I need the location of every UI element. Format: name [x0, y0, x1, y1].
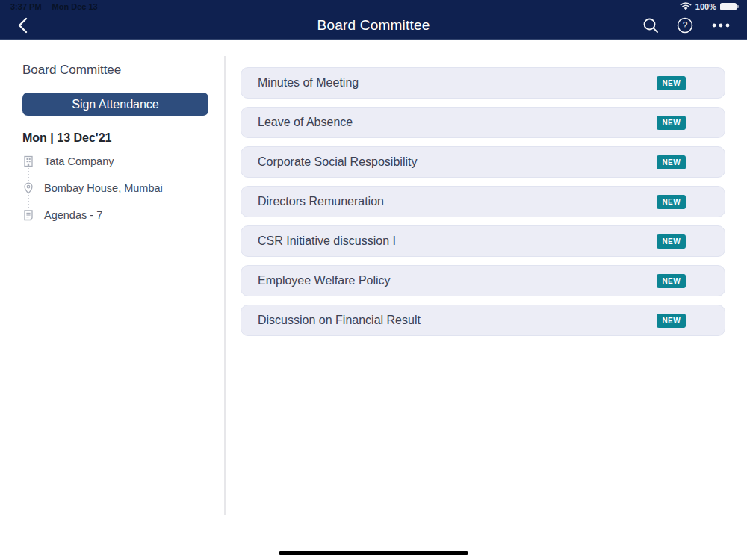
new-badge: NEW	[657, 195, 686, 209]
new-badge: NEW	[657, 155, 686, 169]
new-badge: NEW	[657, 314, 686, 328]
dotted-connector	[28, 168, 29, 181]
agenda-item[interactable]: Corporate Social Resposibility NEW	[241, 146, 725, 178]
agenda-item[interactable]: Minutes of Meeting NEW	[241, 67, 725, 99]
agenda-item-title: Corporate Social Resposibility	[258, 155, 417, 169]
more-options-icon[interactable]	[711, 22, 731, 28]
meeting-info-list: Tata Company Bombay House, Mumbai Agenda	[22, 155, 209, 222]
board-committee-screen: 3:37 PM Mon Dec 13 100%	[0, 0, 747, 560]
agenda-item-title: Employee Welfare Policy	[258, 274, 391, 287]
new-badge: NEW	[657, 116, 686, 130]
page-title: Board Committee	[0, 17, 747, 34]
location-row: Bombay House, Mumbai	[22, 181, 209, 195]
agendas-label: Agendas - 7	[44, 209, 102, 221]
agenda-item[interactable]: Discussion on Financial Result NEW	[241, 305, 725, 336]
sidebar: Board Committee Sign Attendance Mon | 13…	[0, 40, 224, 222]
back-icon[interactable]	[18, 17, 28, 34]
wifi-icon	[680, 2, 692, 10]
location-icon	[22, 182, 34, 194]
building-icon	[22, 155, 34, 167]
agenda-item[interactable]: CSR Initiative discussion I NEW	[241, 225, 725, 257]
dotted-connector	[28, 195, 29, 208]
agenda-item[interactable]: Leave of Absence NEW	[241, 107, 725, 138]
app-header: 3:37 PM Mon Dec 13 100%	[0, 0, 747, 40]
sign-attendance-button[interactable]: Sign Attendance	[22, 93, 208, 116]
status-time: 3:37 PM	[10, 2, 42, 11]
status-right: 100%	[680, 2, 737, 11]
svg-text:?: ?	[683, 20, 688, 31]
new-badge: NEW	[657, 234, 686, 249]
agenda-list: Minutes of Meeting NEW Leave of Absence …	[241, 67, 725, 344]
new-badge: NEW	[657, 274, 686, 288]
status-date: Mon Dec 13	[52, 2, 98, 11]
location-label: Bombay House, Mumbai	[44, 182, 163, 194]
agenda-item-title: CSR Initiative discussion I	[258, 234, 396, 248]
battery-icon	[720, 3, 737, 10]
new-badge: NEW	[657, 76, 686, 90]
agenda-item-title: Leave of Absence	[258, 116, 353, 129]
status-bar: 3:37 PM Mon Dec 13 100%	[0, 0, 747, 11]
status-left: 3:37 PM Mon Dec 13	[10, 2, 98, 11]
company-row: Tata Company	[22, 155, 209, 168]
vertical-divider	[224, 56, 226, 515]
agenda-item-title: Directors Remuneration	[258, 195, 384, 208]
agendas-row: Agendas - 7	[22, 208, 209, 222]
agenda-item-title: Discussion on Financial Result	[258, 314, 421, 327]
agenda-item[interactable]: Directors Remuneration NEW	[241, 186, 725, 217]
agenda-item[interactable]: Employee Welfare Policy NEW	[241, 265, 725, 296]
company-label: Tata Company	[44, 155, 114, 167]
sidebar-heading: Board Committee	[22, 63, 209, 78]
help-icon[interactable]: ?	[677, 17, 693, 34]
battery-percent: 100%	[695, 2, 716, 11]
search-icon[interactable]	[642, 17, 659, 34]
menu-icon[interactable]	[49, 17, 75, 34]
document-icon	[22, 209, 34, 221]
home-indicator[interactable]	[279, 551, 468, 555]
nav-bar: Board Committee ?	[0, 11, 747, 39]
meeting-date: Mon | 13 Dec'21	[22, 131, 209, 145]
agenda-item-title: Minutes of Meeting	[258, 76, 359, 90]
